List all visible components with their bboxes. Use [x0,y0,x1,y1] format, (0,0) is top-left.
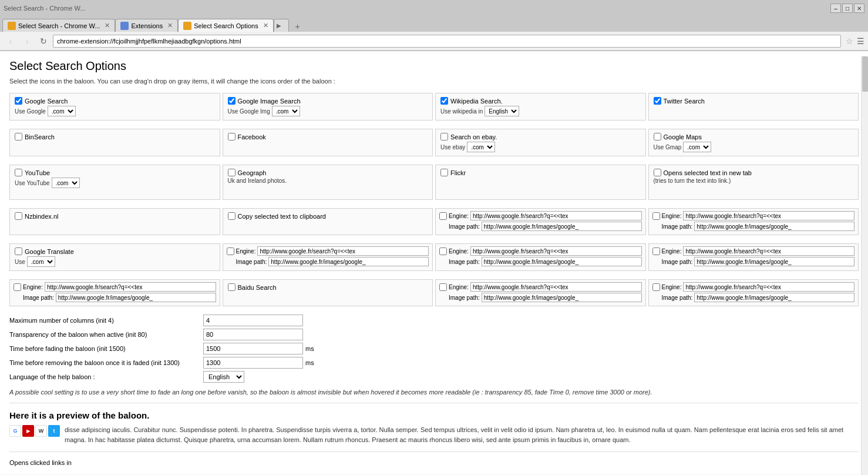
checkbox-custom-engine-7[interactable] [439,283,447,291]
select-google-search[interactable]: .com [48,106,76,116]
checkbox-custom-engine-2[interactable] [652,212,660,220]
option-wikipedia: Wikipedia Search. Use wikipedia in Engli… [435,93,646,121]
checkbox-google-search[interactable] [15,97,22,105]
label-copy-clipboard: Copy selected text to clipboard [238,213,326,220]
preview-icon-wiki[interactable]: W [35,425,47,437]
checkbox-google-image[interactable] [228,97,235,105]
checkbox-baidu[interactable] [228,283,235,291]
select-wikipedia[interactable]: English [485,106,519,116]
checkbox-twitter[interactable] [654,97,661,105]
input-image-path-3[interactable] [268,257,429,266]
input-image-path-5[interactable] [694,257,854,266]
checkbox-custom-engine-8[interactable] [652,283,660,291]
checkbox-copy-clipboard[interactable] [228,212,235,220]
tab-close-2[interactable]: ✕ [167,22,173,29]
input-engine-url-5[interactable] [683,246,854,256]
close-button[interactable]: ✕ [854,4,864,13]
scrollbar[interactable] [861,56,868,475]
options-row-6: Engine: Image path: Baidu Search [9,279,859,306]
input-image-path-1[interactable] [482,222,642,231]
back-button[interactable]: ‹ [4,34,18,48]
tab-label-3: Select Search Options [194,22,258,29]
remove-time-input[interactable] [203,357,303,369]
label-engine-8: Engine: [662,284,682,290]
preview-icon-google[interactable]: G [9,425,21,437]
option-custom-engine-4: Engine: Image path: [435,243,646,271]
input-engine-url-3[interactable] [257,246,429,256]
checkbox-google-translate[interactable] [15,247,22,255]
checkbox-flickr[interactable] [440,169,448,176]
tab-favicon-ext [120,22,129,30]
checkbox-custom-engine-3[interactable] [227,247,234,255]
checkbox-custom-engine-4[interactable] [439,247,447,255]
input-engine-url-1[interactable] [470,211,642,220]
window-controls[interactable]: – □ ✕ [830,4,864,13]
label-image-path-1: Image path: [449,223,480,230]
label-baidu: Baidu Search [238,284,277,291]
options-row-2: BinSearch Facebook Search on ebay. Use e… [9,129,859,156]
input-image-path-8[interactable] [694,293,854,302]
option-custom-engine-6: Engine: Image path: [9,279,220,306]
option-new-tab: Opens selected text in new tab (tries to… [648,165,859,200]
select-youtube[interactable]: .com [52,178,80,188]
preview-icon-youtube[interactable]: ▶ [22,425,34,437]
checkbox-ebay[interactable] [440,133,448,141]
nav-bar: ‹ › ↻ chrome-extension://fcjoilhmjjhfpef… [0,32,868,51]
tab-new-partial[interactable]: ▶ [274,19,289,32]
divider-2 [9,451,859,452]
max-columns-input[interactable] [203,315,303,326]
fade-time-input[interactable] [203,343,303,354]
checkbox-custom-engine-6[interactable] [14,283,21,291]
options-row-3: YouTube Use YouTube .com Geograph Uk and… [9,165,859,200]
checkbox-youtube[interactable] [15,169,22,176]
settings-section: Maximum number of columns (init 4) Trans… [9,315,859,383]
select-google-maps[interactable]: .com [683,142,711,152]
input-image-path-2[interactable] [694,222,854,231]
checkbox-google-maps[interactable] [654,133,661,141]
select-google-translate[interactable]: .com [27,256,55,267]
input-image-path-4[interactable] [482,257,642,266]
checkbox-new-tab[interactable] [654,169,661,176]
input-engine-url-7[interactable] [470,282,642,292]
sublabel-wikipedia: Use wikipedia in [440,108,483,115]
input-engine-url-4[interactable] [470,246,642,256]
label-engine-5: Engine: [662,248,682,255]
menu-icon[interactable]: ☰ [857,36,864,46]
tab-select-search[interactable]: Select Search - Chrome W... ✕ [2,19,115,32]
transparency-input[interactable] [203,329,303,340]
checkbox-wikipedia[interactable] [440,97,448,105]
tab-options[interactable]: Select Search Options ✕ [178,19,273,32]
option-custom-engine-5: Engine: Image path: [648,243,859,271]
select-google-image[interactable]: .com [272,106,300,116]
language-select[interactable]: English French German Spanish [203,371,244,383]
select-ebay[interactable]: .com [467,142,495,152]
maximize-button[interactable]: □ [842,4,853,13]
input-engine-url-6[interactable] [45,282,216,292]
minimize-button[interactable]: – [830,4,841,13]
option-binsearch: BinSearch [9,129,220,156]
new-tab-button[interactable]: + [291,21,304,32]
sublabel-geograph: Uk and Ireland photos. [228,178,287,184]
address-bar[interactable]: chrome-extension://fcjoilhmjjhfpeflkmlhe… [53,35,841,48]
label-engine-1: Engine: [449,213,469,219]
checkbox-nzbindex[interactable] [15,212,22,220]
input-engine-url-8[interactable] [683,282,854,292]
forward-button[interactable]: › [20,34,34,48]
tab-extensions[interactable]: Extensions ✕ [115,19,178,32]
fade-time-label: Time before fading the baloon (init 1500… [9,345,203,352]
checkbox-geograph[interactable] [228,169,235,176]
scrollbar-thumb[interactable] [862,56,868,92]
input-engine-url-2[interactable] [683,211,854,220]
option-custom-engine-3: Engine: Image path: [223,243,433,271]
refresh-button[interactable]: ↻ [36,34,51,48]
tab-close-3[interactable]: ✕ [263,22,268,29]
bookmark-star-icon[interactable]: ☆ [846,36,853,46]
input-image-path-6[interactable] [56,293,216,302]
checkbox-binsearch[interactable] [15,133,22,141]
checkbox-facebook[interactable] [228,133,235,141]
input-image-path-7[interactable] [482,293,642,302]
preview-icon-twitter[interactable]: t [48,425,60,437]
tab-close-1[interactable]: ✕ [105,22,110,29]
checkbox-custom-engine-5[interactable] [652,247,660,255]
checkbox-custom-engine-1[interactable] [439,212,447,220]
